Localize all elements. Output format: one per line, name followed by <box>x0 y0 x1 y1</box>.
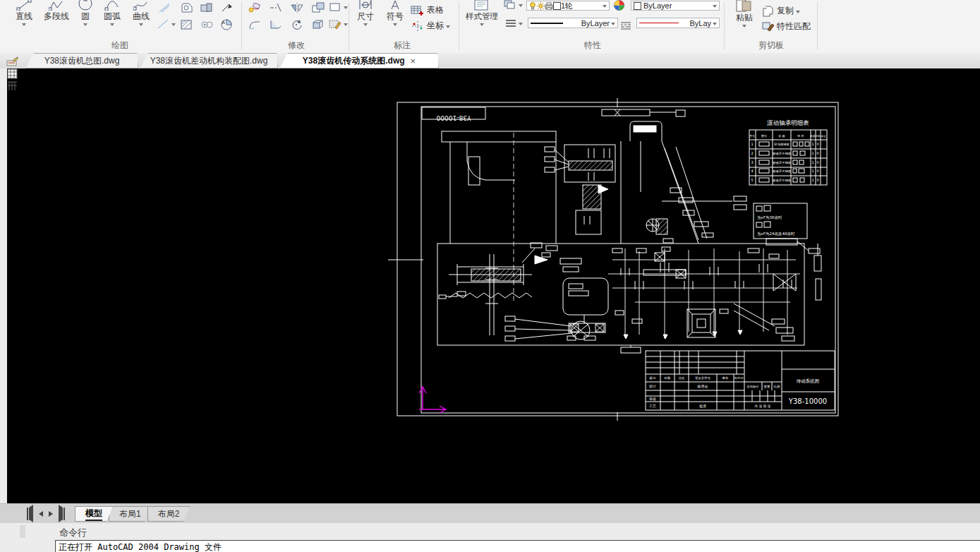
wipeout-icon[interactable]: A <box>219 18 234 31</box>
linetype-settings-icon[interactable] <box>619 19 632 32</box>
sheet-list-icon[interactable] <box>6 80 20 91</box>
coordinate-button[interactable]: 坐标 <box>411 20 450 32</box>
edit-sheet-icon[interactable] <box>6 56 20 67</box>
chevron-down-icon[interactable] <box>139 23 143 26</box>
dimension-button[interactable]: .1 尺寸 <box>354 0 377 37</box>
color-dropdown[interactable]: ByLayer <box>631 1 720 11</box>
chevron-down-icon[interactable] <box>713 5 717 8</box>
svg-text:标记: 标记 <box>650 376 656 380</box>
close-icon[interactable]: × <box>411 56 416 66</box>
chevron-down-icon[interactable] <box>611 23 615 25</box>
arc-button[interactable]: 圆弧 <box>99 0 126 37</box>
command-scrollbar[interactable] <box>20 525 25 538</box>
command-history-line[interactable]: 正在打开 AutoCAD 2004 Drawing 文件 <box>55 540 980 552</box>
spline-button[interactable]: 曲线 <box>128 0 154 37</box>
chevron-down-icon[interactable] <box>713 23 717 25</box>
polyline-button[interactable]: 多段线 <box>40 0 73 37</box>
svg-text:A: A <box>222 20 225 25</box>
first-layout-icon[interactable] <box>27 508 33 520</box>
bearing-col-seq: 序号 <box>749 134 755 138</box>
tab-layout1[interactable]: 布局1 <box>109 506 152 522</box>
chevron-down-icon[interactable] <box>446 25 450 28</box>
coordinate-label: 坐标 <box>427 20 444 32</box>
layer-properties-button[interactable] <box>504 0 523 9</box>
ray-icon[interactable] <box>157 1 172 14</box>
stage-label: 阶段标记 <box>747 385 758 389</box>
lineweight-dropdown[interactable]: ByLayer <box>528 18 618 28</box>
svg-text:3: 3 <box>751 160 753 164</box>
block-icon[interactable] <box>199 18 214 31</box>
point-icon[interactable] <box>219 1 234 14</box>
hatch-icon[interactable] <box>179 18 195 31</box>
last-layout-icon[interactable] <box>59 508 65 520</box>
fillet-icon[interactable] <box>247 18 262 31</box>
drawing-canvas[interactable]: Y38-10000 滚动轴承明细表 序号 图号 名 称 规 格 数量 精度 备注… <box>7 68 980 503</box>
bearing-col-note: 备注 <box>821 135 826 138</box>
cad-drawing: Y38-10000 滚动轴承明细表 序号 图号 名 称 规 格 数量 精度 备注… <box>388 97 847 422</box>
drawing-number: Y38-10000 <box>788 397 827 405</box>
linetype-dropdown[interactable]: ByLay <box>636 18 720 28</box>
svg-text:圆锥滚子轴承: 圆锥滚子轴承 <box>773 161 792 164</box>
svg-text:1: 1 <box>811 160 813 164</box>
color-wheel-icon[interactable] <box>611 0 627 11</box>
chevron-down-icon[interactable] <box>480 23 484 26</box>
chevron-down-icon[interactable] <box>603 5 607 8</box>
chamfer-icon[interactable] <box>268 18 284 31</box>
model-tab-label: 模型 <box>85 508 102 521</box>
paste-label: 粘贴 <box>736 12 753 23</box>
drawing-set-icon[interactable] <box>6 68 20 79</box>
chevron-down-icon[interactable] <box>110 23 114 26</box>
layer-dropdown[interactable]: 1轮 <box>526 1 610 11</box>
paste-button[interactable]: 粘贴 <box>731 0 758 37</box>
erase-icon[interactable] <box>247 1 262 14</box>
symbol-button[interactable]: 符号 <box>384 0 406 37</box>
svg-text:深沟球轴承: 深沟球轴承 <box>774 143 790 146</box>
svg-text:1: 1 <box>751 142 753 146</box>
previous-layout-icon[interactable] <box>39 511 43 517</box>
tab-layout2[interactable]: 布局2 <box>147 506 190 522</box>
construction-line-button[interactable] <box>157 18 176 30</box>
hatch-edit-button[interactable] <box>329 18 348 30</box>
svg-text:更改文件号: 更改文件号 <box>695 376 711 380</box>
tab-y38-transmission-system[interactable]: Y38滚齿机传动系统图.dwg × <box>279 53 439 68</box>
tab-y38-differential-assembly[interactable]: Y38滚齿机差动机构装配图.dwg <box>140 53 278 68</box>
bearing-col-name: 名 称 <box>778 134 785 138</box>
lineweight-settings-button[interactable] <box>505 19 523 28</box>
copy-object-icon[interactable] <box>310 1 326 14</box>
chevron-down-icon[interactable] <box>363 23 368 26</box>
line-button[interactable]: 直线 <box>11 0 37 37</box>
circle-button[interactable]: 圆 <box>75 0 96 37</box>
svg-text:0: 0 <box>816 178 818 182</box>
printer-icon <box>545 2 553 10</box>
region-icon[interactable] <box>179 1 195 14</box>
rotate-icon[interactable] <box>289 18 305 31</box>
style-manager-icon <box>473 0 490 11</box>
clipboard-panel-label: 剪切板 <box>727 40 816 51</box>
tab-y38-general-drawing[interactable]: Y38滚齿机总图.dwg <box>25 53 138 68</box>
tab-label: Y38滚齿机总图.dwg <box>44 55 120 67</box>
style-manager-button[interactable]: 样式管理 <box>463 0 501 37</box>
copy-button[interactable]: 复制 <box>762 5 800 17</box>
chevron-down-icon[interactable] <box>796 11 800 13</box>
svg-text:圆锥滚子轴承: 圆锥滚子轴承 <box>773 152 792 155</box>
svg-text:1: 1 <box>811 142 813 146</box>
match-properties-button[interactable]: 特性匹配 <box>762 20 811 32</box>
lineweight-preview <box>531 23 563 24</box>
chevron-down-icon[interactable] <box>83 23 87 26</box>
approve-label: 批准 <box>699 404 706 409</box>
next-layout-icon[interactable] <box>49 511 53 517</box>
chevron-down-icon[interactable] <box>393 23 397 26</box>
mirror-icon[interactable] <box>289 1 305 14</box>
table-button[interactable]: 表格 <box>411 4 444 16</box>
tab-model[interactable]: 模型 <box>75 506 113 522</box>
symbol-icon <box>387 0 403 11</box>
style-manager-label: 样式管理 <box>466 11 498 22</box>
break-icon[interactable] <box>268 1 284 14</box>
command-panel-title: 命令行 <box>59 527 87 539</box>
3d-move-icon[interactable] <box>310 18 326 31</box>
chevron-down-icon[interactable] <box>742 25 746 28</box>
layer-value: 1轮 <box>561 1 603 11</box>
rectangle-tool-button[interactable] <box>329 1 348 13</box>
chevron-down-icon[interactable] <box>22 23 26 26</box>
boundary-icon[interactable] <box>199 1 214 14</box>
